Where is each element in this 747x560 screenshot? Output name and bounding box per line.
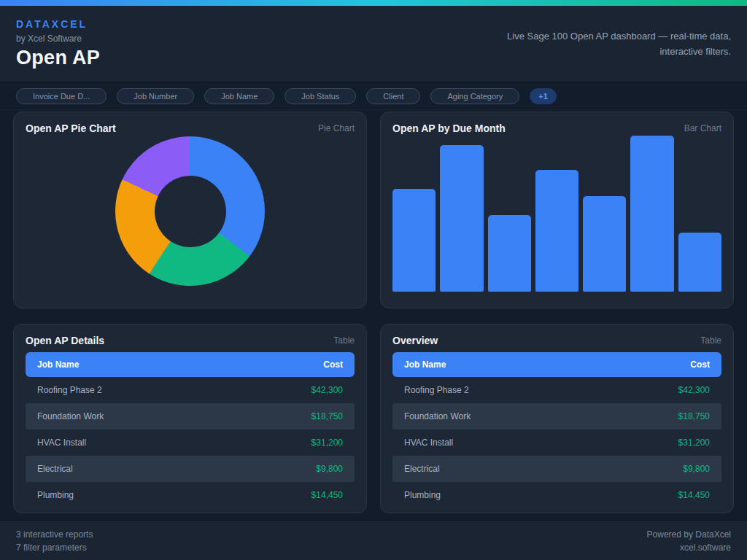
filter-pill-job-number[interactable]: Job Number (117, 88, 194, 104)
table-row[interactable]: HVAC Install$31,200 (392, 429, 721, 456)
bar[interactable] (678, 233, 721, 292)
job-name-cell: Foundation Work (404, 411, 471, 421)
table-row[interactable]: Roofing Phase 2$42,300 (26, 377, 355, 403)
dashboard-grid: Open AP Pie Chart Pie Chart Open AP by D… (0, 110, 747, 513)
column-header-cost: Cost (323, 359, 343, 370)
filter-bar: Invoice Due D...Job NumberJob NameJob St… (0, 82, 747, 110)
cost-cell: $9,800 (316, 464, 343, 474)
app-footer: 3 interactive reports 7 filter parameter… (0, 520, 747, 560)
footer-stats: 3 interactive reports 7 filter parameter… (16, 528, 93, 554)
open-ap-details-table-card: Open AP Details Table Job Name Cost Roof… (13, 324, 367, 513)
bar[interactable] (440, 145, 483, 292)
job-name-cell: Roofing Phase 2 (404, 385, 469, 395)
card-header: Open AP Pie Chart Pie Chart (26, 122, 355, 134)
table-header-row: Job Name Cost (392, 352, 721, 377)
chart-type-badge: Table (333, 335, 355, 346)
table-body: Roofing Phase 2$42,300Foundation Work$18… (392, 377, 721, 508)
bar-chart-area (392, 136, 721, 292)
pie-chart-card: Open AP Pie Chart Pie Chart (13, 112, 367, 308)
job-name-cell: Plumbing (37, 490, 74, 500)
footer-credit: Powered by DataXcel xcel.software (647, 528, 731, 554)
column-header-job-name: Job Name (404, 359, 446, 370)
bar[interactable] (535, 170, 578, 292)
bar[interactable] (583, 196, 626, 292)
accent-gradient-bar (0, 0, 747, 6)
table-header-row: Job Name Cost (26, 352, 355, 377)
card-title: Open AP by Due Month (392, 122, 506, 134)
card-title: Open AP Pie Chart (26, 122, 116, 134)
powered-by: Powered by DataXcel (647, 528, 731, 541)
card-header: Overview Table (392, 335, 721, 346)
table-row[interactable]: HVAC Install$31,200 (26, 429, 355, 456)
dashboard-tagline: Live Sage 100 Open AP dashboard — real-t… (505, 28, 731, 60)
cost-cell: $18,750 (311, 411, 343, 421)
column-header-cost: Cost (690, 359, 710, 370)
cost-cell: $31,200 (311, 438, 343, 448)
brand-byline: by Xcel Software (16, 34, 100, 44)
filter-pill-job-name[interactable]: Job Name (204, 88, 274, 104)
table-row[interactable]: Foundation Work$18,750 (26, 403, 355, 429)
job-name-cell: HVAC Install (404, 438, 453, 448)
job-name-cell: Roofing Phase 2 (37, 385, 102, 395)
card-title: Overview (392, 335, 438, 346)
app-header: DATAXCEL by Xcel Software Open AP Live S… (0, 6, 747, 82)
chart-type-badge: Table (700, 335, 721, 346)
table-row[interactable]: Electrical$9,800 (392, 456, 721, 482)
filter-pill-client[interactable]: Client (366, 88, 420, 104)
column-header-job-name: Job Name (37, 359, 79, 370)
overview-table-card: Overview Table Job Name Cost Roofing Pha… (380, 324, 734, 513)
table-body: Roofing Phase 2$42,300Foundation Work$18… (26, 377, 355, 508)
page-title: Open AP (16, 47, 100, 69)
job-name-cell: HVAC Install (37, 438, 86, 448)
donut-chart[interactable] (115, 136, 265, 286)
job-name-cell: Electrical (404, 464, 440, 474)
table-row[interactable]: Plumbing$14,450 (26, 482, 355, 508)
brand-block: DATAXCEL by Xcel Software Open AP (16, 18, 100, 69)
filter-pill-invoice-due-d[interactable]: Invoice Due D... (16, 88, 107, 104)
cost-cell: $42,300 (678, 385, 710, 395)
chart-type-badge: Bar Chart (684, 123, 721, 133)
card-header: Open AP by Due Month Bar Chart (392, 122, 721, 134)
table-row[interactable]: Roofing Phase 2$42,300 (392, 377, 721, 403)
cost-cell: $31,200 (678, 438, 710, 448)
website: xcel.software (647, 541, 731, 554)
filter-pill-aging-category[interactable]: Aging Category (430, 88, 519, 104)
bar-chart-card: Open AP by Due Month Bar Chart (380, 112, 734, 308)
cost-cell: $14,450 (678, 490, 710, 500)
chart-type-badge: Pie Chart (318, 123, 355, 133)
pie-chart-area (26, 134, 355, 286)
reports-count: 3 interactive reports (16, 528, 93, 541)
job-name-cell: Foundation Work (37, 411, 104, 421)
job-name-cell: Plumbing (404, 490, 441, 500)
cost-cell: $42,300 (311, 385, 343, 395)
table-row[interactable]: Electrical$9,800 (26, 456, 355, 482)
cost-cell: $9,800 (683, 464, 710, 474)
card-title: Open AP Details (26, 335, 104, 346)
more-filters-pill[interactable]: +1 (530, 88, 557, 104)
cost-cell: $18,750 (678, 411, 710, 421)
bar[interactable] (392, 189, 436, 292)
filter-pill-job-status[interactable]: Job Status (285, 88, 356, 104)
job-name-cell: Electrical (37, 464, 73, 474)
filters-count: 7 filter parameters (16, 541, 93, 554)
cost-cell: $14,450 (311, 490, 343, 500)
brand-name: DATAXCEL (16, 18, 100, 30)
bar[interactable] (630, 136, 673, 292)
table-row[interactable]: Foundation Work$18,750 (392, 403, 721, 429)
card-header: Open AP Details Table (26, 335, 355, 346)
bar[interactable] (488, 215, 531, 292)
table-row[interactable]: Plumbing$14,450 (392, 482, 721, 508)
